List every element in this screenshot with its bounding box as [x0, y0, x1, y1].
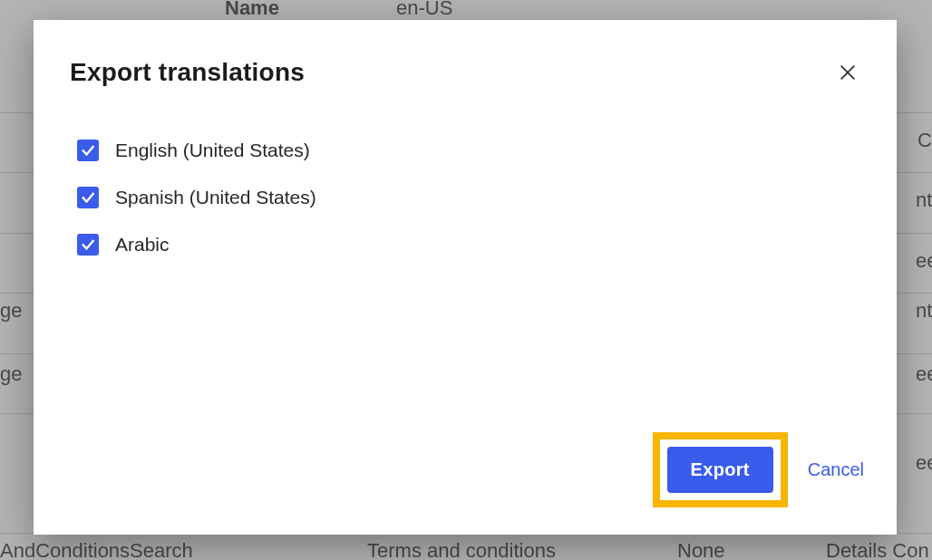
export-button-highlight: Export [653, 432, 788, 507]
checkbox-es-us[interactable] [77, 187, 99, 208]
dialog-body: English (United States) Spanish (United … [34, 91, 897, 432]
check-icon [80, 237, 96, 253]
language-label: Spanish (United States) [115, 187, 316, 208]
checkbox-en-us[interactable] [77, 140, 99, 161]
dialog-title: Export translations [70, 58, 305, 87]
language-option-en-us[interactable]: English (United States) [77, 127, 860, 174]
dialog-footer: Export Cancel [34, 432, 897, 535]
language-option-ar[interactable]: Arabic [77, 221, 860, 268]
checkbox-ar[interactable] [77, 234, 99, 256]
export-button[interactable]: Export [667, 447, 773, 493]
language-option-es-us[interactable]: Spanish (United States) [77, 174, 860, 221]
export-translations-dialog: Export translations English (United Stat… [34, 20, 897, 535]
dialog-header: Export translations [34, 20, 897, 91]
cancel-button[interactable]: Cancel [808, 459, 864, 480]
check-icon [80, 189, 96, 206]
language-label: English (United States) [115, 140, 310, 161]
check-icon [80, 142, 96, 159]
close-icon [838, 63, 858, 82]
close-button[interactable] [830, 54, 866, 91]
language-label: Arabic [115, 234, 170, 256]
